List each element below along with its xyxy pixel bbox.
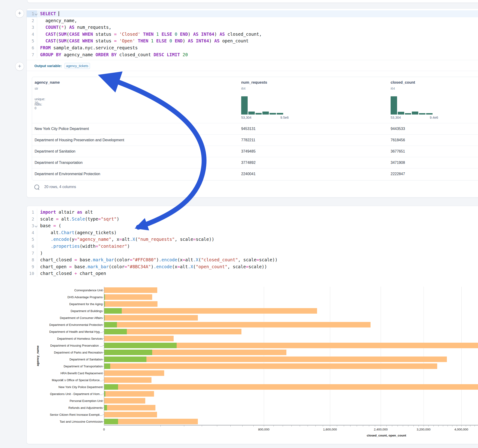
table-cell: 7618456 xyxy=(391,135,405,146)
closed-count-bar[interactable] xyxy=(104,398,145,404)
closed-count-bar[interactable] xyxy=(104,405,155,411)
closed-count-bar[interactable] xyxy=(104,301,157,307)
open-count-bar[interactable] xyxy=(104,315,105,321)
y-tick xyxy=(103,422,104,422)
y-tick xyxy=(103,352,104,353)
gridline xyxy=(461,287,462,425)
x-tick xyxy=(403,425,403,427)
table-footer: 20 rows, 4 columns xyxy=(34,182,76,192)
open-count-bar[interactable] xyxy=(104,350,152,355)
y-tick-label: Department of Buildings xyxy=(70,309,103,313)
y-tick-label: Department of Parks and Recreation xyxy=(54,351,103,354)
open-count-bar[interactable] xyxy=(104,294,105,300)
x-tick xyxy=(392,425,392,427)
y-tick xyxy=(103,408,104,408)
search-icon[interactable] xyxy=(34,185,39,189)
closed-count-bar[interactable] xyxy=(104,377,151,383)
line-number: 4 xyxy=(27,31,37,38)
histogram-bar xyxy=(270,113,276,115)
x-tick xyxy=(315,425,316,427)
y-tick xyxy=(103,325,104,325)
add-cell-button-output[interactable]: + xyxy=(15,62,24,71)
code-line[interactable]: 5 CAST(SUM(CASE WHEN status = 'Open' THE… xyxy=(27,37,478,44)
closed-count-bar[interactable] xyxy=(104,363,437,369)
table-row[interactable]: New York City Police Department945313194… xyxy=(32,123,478,134)
x-tick-label: 4,000,000 xyxy=(454,428,468,431)
code-line[interactable]: 1SELECT xyxy=(27,10,478,17)
x-axis-line xyxy=(104,425,478,425)
table-cell: 7782211 xyxy=(241,135,255,146)
x-tick xyxy=(470,425,470,427)
closed-count-bar[interactable] xyxy=(104,391,154,397)
closed-count-bar[interactable] xyxy=(104,294,152,300)
gridline xyxy=(330,287,330,425)
code-line[interactable]: 7GROUP BY agency_name ORDER BY closed_co… xyxy=(27,51,478,58)
x-tick xyxy=(184,425,184,427)
open-count-bar[interactable] xyxy=(104,308,122,314)
fold-chevron-icon[interactable] xyxy=(35,12,38,15)
open-count-bar[interactable] xyxy=(104,356,146,362)
closed-count-bar[interactable] xyxy=(104,336,174,341)
histogram-bar xyxy=(412,112,418,115)
closed-count-bar[interactable] xyxy=(104,370,164,376)
y-tick-label: DHS Advantage Programs xyxy=(68,295,103,299)
histogram-bar xyxy=(391,96,397,115)
closed-count-bar[interactable] xyxy=(104,322,371,328)
table-cell: Department of Housing Preservation and D… xyxy=(35,135,124,146)
code-line[interactable]: 2 agency_name, xyxy=(27,17,478,24)
open-count-bar[interactable] xyxy=(104,384,118,390)
x-tick xyxy=(466,425,466,427)
code-line[interactable]: 4 CAST(SUM(CASE WHEN status = 'Closed' T… xyxy=(27,31,478,38)
open-count-bar[interactable] xyxy=(104,419,118,424)
x-tick xyxy=(291,425,292,427)
closed-count-bar[interactable] xyxy=(104,412,157,417)
gridline xyxy=(381,287,381,425)
x-tick-label: 3,200,000 xyxy=(417,428,430,431)
output-variable-label: Output variable: xyxy=(34,64,62,68)
code-line[interactable]: 6FROM sample_data.nyc.service_requests xyxy=(27,44,478,51)
x-tick xyxy=(202,425,202,427)
code-line[interactable]: 3 COUNT(*) AS num_requests, xyxy=(27,24,478,31)
sql-code-editor[interactable]: 1SELECT 2 agency_name,3 COUNT(*) AS num_… xyxy=(27,10,478,58)
y-tick xyxy=(103,304,104,304)
closed-count-bar[interactable] xyxy=(104,419,198,424)
open-count-bar[interactable] xyxy=(104,363,110,369)
gridline xyxy=(264,287,264,425)
add-cell-button-top[interactable]: + xyxy=(15,9,24,18)
table-row[interactable]: Department of Environmental Protection22… xyxy=(32,168,478,180)
table-row-count: 20 rows, 4 columns xyxy=(44,185,76,189)
open-count-bar[interactable] xyxy=(104,343,177,348)
open-count-bar[interactable] xyxy=(104,405,107,411)
open-count-bar[interactable] xyxy=(104,329,127,334)
y-tick xyxy=(103,401,104,401)
output-variable-chip[interactable]: agency_tickets xyxy=(65,63,90,69)
y-tick-label: Taxi and Limousine Commission xyxy=(60,420,103,423)
x-tick xyxy=(264,425,264,427)
x-tick xyxy=(386,425,387,427)
divider xyxy=(27,71,478,71)
chart-y-axis-title: agency_name xyxy=(36,345,39,366)
x-tick xyxy=(242,425,243,427)
y-tick-label: Refunds and Adjustments xyxy=(69,406,103,410)
x-tick xyxy=(369,425,369,427)
column-type: str xyxy=(35,87,38,90)
open-count-bar[interactable] xyxy=(104,391,105,397)
table-cell: 9443533 xyxy=(391,123,405,134)
table-row[interactable]: Department of Housing Preservation and D… xyxy=(32,134,478,146)
x-tick xyxy=(457,425,457,427)
table-cell: Department of Transportation xyxy=(35,157,82,168)
table-row[interactable]: Department of Sanitation37494853677651 xyxy=(32,146,478,157)
closed-count-bar[interactable] xyxy=(104,315,198,321)
closed-count-bar[interactable] xyxy=(104,384,478,390)
open-count-bar[interactable] xyxy=(104,301,105,307)
x-tick-label: 1,600,000 xyxy=(323,428,337,431)
open-count-bar[interactable] xyxy=(104,322,117,328)
histogram-bar xyxy=(419,113,425,115)
closed-count-bar[interactable] xyxy=(104,356,447,362)
y-tick-label: Department for the Aging xyxy=(69,302,103,306)
closed-count-bar[interactable] xyxy=(104,308,317,314)
y-tick-label: Correspondence Unit xyxy=(74,288,103,292)
table-row[interactable]: Department of Transportation377489234719… xyxy=(32,157,478,168)
x-tick xyxy=(337,425,337,427)
closed-count-bar[interactable] xyxy=(104,287,157,293)
